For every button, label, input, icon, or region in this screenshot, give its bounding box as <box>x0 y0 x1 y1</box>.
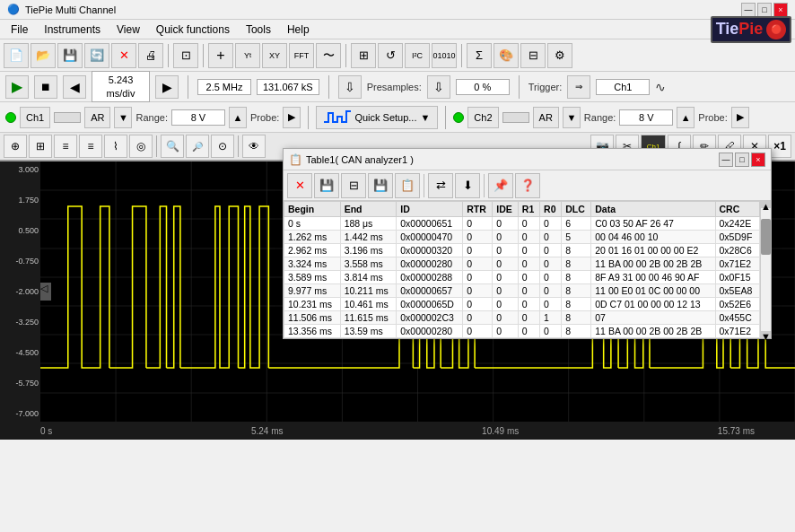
delete-button[interactable]: ✕ <box>111 43 136 68</box>
scope-button[interactable]: ⊞ <box>351 43 376 68</box>
can-tb-export[interactable]: 💾 <box>368 173 393 198</box>
can-tb-help[interactable]: ❓ <box>515 173 540 198</box>
table-row[interactable]: 2.962 ms3.196 ms0x000003200000820 01 16 … <box>284 244 760 257</box>
table-row[interactable]: 3.324 ms3.558 ms0x000002800000811 BA 00 … <box>284 257 760 271</box>
table-cell-0-5: 0 <box>518 217 539 231</box>
i2c-button[interactable]: I²C <box>405 43 430 68</box>
can-scrollbar[interactable]: ▲ ▼ <box>760 201 771 338</box>
ch1-range-value[interactable]: 8 V <box>171 109 225 126</box>
ch2-ar-button[interactable]: AR <box>533 107 559 128</box>
st-eye-btn[interactable]: 👁 <box>242 135 266 158</box>
can-close-btn[interactable]: × <box>751 153 765 167</box>
can-tb-delete[interactable]: ✕ <box>287 173 312 198</box>
scroll-thumb[interactable] <box>761 219 771 255</box>
ch1-label[interactable]: Ch1 <box>20 107 50 128</box>
table-row[interactable]: 3.589 ms3.814 ms0x00000288000088F A9 31 … <box>284 271 760 284</box>
st-list-btn[interactable]: ≡ <box>54 135 77 158</box>
open-button[interactable]: 📂 <box>31 43 56 68</box>
prev-button[interactable]: ◀ <box>63 75 86 99</box>
y-label-2: 1.750 <box>2 196 39 205</box>
can-tb-pin[interactable]: 📌 <box>488 173 513 198</box>
st-grid-btn[interactable]: ⊞ <box>29 135 52 158</box>
sigma-button[interactable]: Σ <box>467 43 492 68</box>
can-tb-link[interactable]: ⇄ <box>428 173 453 198</box>
menu-quick-functions[interactable]: Quick functions <box>149 22 237 38</box>
sep1 <box>168 44 169 67</box>
fft-button[interactable]: FFT <box>289 43 314 68</box>
table-row[interactable]: 1.262 ms1.442 ms0x000004700000500 04 46 … <box>284 231 760 244</box>
ch2-range-value[interactable]: 8 V <box>619 109 673 126</box>
menu-file[interactable]: File <box>4 22 35 38</box>
table-row[interactable]: 13.356 ms13.59 ms0x000002800000811 BA 00… <box>284 325 760 338</box>
th-crc: CRC <box>715 202 759 217</box>
maximize-button[interactable]: □ <box>757 3 772 17</box>
ch1-range-up[interactable]: ▲ <box>229 107 247 128</box>
stop-button[interactable]: ⏹ <box>34 75 57 99</box>
table-row[interactable]: 10.231 ms10.461 ms0x0000065D000080D C7 0… <box>284 298 760 311</box>
scope-scroll-left[interactable]: ◁ <box>40 283 51 301</box>
ch1-ar-button[interactable]: AR <box>84 107 110 128</box>
table-cell-4-3: 0 <box>463 271 493 284</box>
st-cursor-btn[interactable]: ⊕ <box>4 135 27 158</box>
minimize-button[interactable]: — <box>741 3 756 17</box>
next-button[interactable]: ▶ <box>155 75 179 99</box>
st-zoom-out-btn[interactable]: 🔎 <box>186 135 209 158</box>
table-cell-5-3: 0 <box>463 284 493 298</box>
menu-tools[interactable]: Tools <box>239 22 278 38</box>
can-tb-save[interactable]: 💾 <box>314 173 339 198</box>
presamples-value[interactable]: 0 % <box>456 79 510 95</box>
can-tb-down[interactable]: ⬇ <box>455 173 480 198</box>
channel-button[interactable]: ⊡ <box>173 43 198 68</box>
y-label-7: -4.500 <box>2 348 39 357</box>
ctrl-sep2 <box>328 75 329 99</box>
new-button[interactable]: 📄 <box>4 43 29 68</box>
table-cell-6-3: 0 <box>463 298 493 311</box>
time-div-value[interactable]: 5.243 ms/div <box>92 71 150 102</box>
can-tb-copy[interactable]: 📋 <box>395 173 420 198</box>
table-cell-4-8: 8F A9 31 00 00 46 90 AF <box>591 271 715 284</box>
quick-setup-button[interactable]: Quick Setup... ▼ <box>316 106 438 129</box>
can-table-wrap[interactable]: Begin End ID RTR IDE R1 R0 DLC Data CRC … <box>284 201 760 338</box>
scroll-up-btn[interactable]: ▲ <box>761 201 771 208</box>
color-button[interactable]: 🎨 <box>494 43 519 68</box>
ch1-probe-btn[interactable]: ▶ <box>283 107 301 128</box>
settings-button[interactable]: ⚙ <box>547 43 572 68</box>
table-row[interactable]: 11.506 ms11.615 ms0x000002C300018070x455… <box>284 311 760 325</box>
can-tb-layout[interactable]: ⊟ <box>341 173 366 198</box>
st-zoom-in-btn[interactable]: 🔍 <box>161 135 184 158</box>
ch2-probe-btn[interactable]: ▶ <box>731 107 749 128</box>
trigger-value[interactable]: Ch1 <box>596 79 650 95</box>
menu-instruments[interactable]: Instruments <box>37 22 108 38</box>
scroll-down-btn[interactable]: ▼ <box>761 331 771 338</box>
wave-button[interactable]: 〜 <box>316 43 341 68</box>
sample-rate-value[interactable]: 2.5 MHz <box>197 79 251 95</box>
st-zoom-fit-btn[interactable]: ⊙ <box>211 135 234 158</box>
quick-setup-dropdown-icon[interactable]: ▼ <box>420 112 430 123</box>
ch2-range-up[interactable]: ▲ <box>677 107 695 128</box>
add-ch-button[interactable]: + <box>208 43 233 68</box>
table-row[interactable]: 0 s188 μs0x0000065100006C0 03 50 AF 26 4… <box>284 217 760 231</box>
can-minimize-btn[interactable]: — <box>719 153 733 167</box>
can-maximize-btn[interactable]: □ <box>735 153 749 167</box>
st-wave-btn[interactable]: ⌇ <box>104 135 127 158</box>
st-list2-btn[interactable]: ≡ <box>79 135 102 158</box>
digital-button[interactable]: 01010 <box>432 43 457 68</box>
table-row[interactable]: 9.977 ms10.211 ms0x000006570000811 00 E0… <box>284 284 760 298</box>
play-button[interactable]: ▶ <box>5 75 29 99</box>
yt-button[interactable]: Yt <box>235 43 260 68</box>
sample-count-value[interactable]: 131.067 kS <box>257 79 319 95</box>
refresh-button[interactable]: 🔄 <box>84 43 109 68</box>
menu-view[interactable]: View <box>109 22 147 38</box>
freq-button[interactable]: ↺ <box>378 43 403 68</box>
st-circle-btn[interactable]: ◎ <box>129 135 153 158</box>
ch2-label[interactable]: Ch2 <box>467 107 498 128</box>
print-button[interactable]: 🖨 <box>138 43 163 68</box>
ch1-down-arrow[interactable]: ▼ <box>114 107 132 128</box>
save-button[interactable]: 💾 <box>57 43 83 68</box>
menu-help[interactable]: Help <box>280 22 317 38</box>
can-tb-sep2 <box>484 174 485 197</box>
grid-button[interactable]: ⊟ <box>520 43 546 68</box>
ch2-down-arrow[interactable]: ▼ <box>563 107 581 128</box>
close-button[interactable]: × <box>773 3 788 17</box>
xy-button[interactable]: XY <box>262 43 287 68</box>
